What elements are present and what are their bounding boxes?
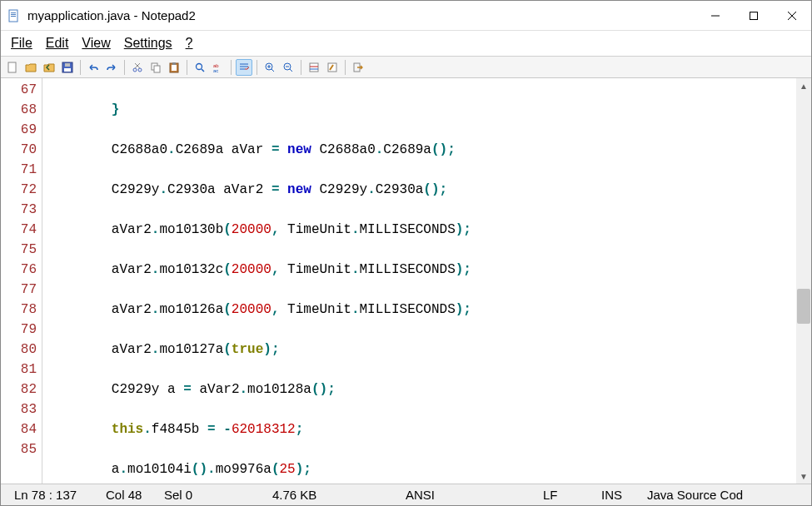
zoom-out-icon[interactable] <box>280 59 296 76</box>
svg-rect-20 <box>172 62 176 65</box>
toolbar-separator <box>257 60 257 75</box>
scroll-up-icon[interactable]: ▲ <box>796 78 811 93</box>
toolbar-separator <box>231 60 232 75</box>
line-number: 74 <box>1 220 37 240</box>
copy-icon[interactable] <box>147 59 164 76</box>
open-file-icon[interactable] <box>22 59 39 76</box>
paste-icon[interactable] <box>166 59 182 76</box>
line-number: 69 <box>1 120 37 140</box>
line-number: 79 <box>1 320 37 340</box>
revert-icon[interactable] <box>41 59 57 76</box>
undo-icon[interactable] <box>85 59 102 76</box>
line-number-gutter: 67 68 69 70 71 72 73 74 75 76 77 78 79 8… <box>1 78 42 484</box>
status-line-col: Ln 78 : 137 <box>6 488 97 502</box>
toolbar: abac <box>1 57 811 78</box>
code-area[interactable]: } C2688a0.C2689a aVar = new C2688a0.C268… <box>42 78 796 484</box>
line-number: 85 <box>1 439 37 459</box>
line-number: 70 <box>1 140 37 160</box>
svg-rect-1 <box>11 12 16 13</box>
replace-icon[interactable]: abac <box>210 59 227 76</box>
toolbar-separator <box>345 60 346 75</box>
svg-point-12 <box>133 68 137 72</box>
save-icon[interactable] <box>59 59 76 76</box>
line-number: 77 <box>1 280 37 300</box>
svg-text:ac: ac <box>213 68 218 73</box>
line-number: 82 <box>1 380 37 399</box>
menu-help[interactable]: ? <box>181 34 198 52</box>
vertical-scrollbar[interactable]: ▲ ▼ <box>796 78 811 484</box>
find-icon[interactable] <box>192 59 208 76</box>
line-number: 75 <box>1 240 37 260</box>
toolbar-separator <box>80 60 81 75</box>
line-number: 78 <box>1 300 37 320</box>
svg-line-22 <box>202 69 204 72</box>
svg-line-34 <box>290 69 292 72</box>
status-filetype: Java Source Cod <box>639 488 751 502</box>
status-sel: Sel 0 <box>156 488 264 502</box>
status-size: 4.76 KB <box>264 488 397 502</box>
menu-settings[interactable]: Settings <box>119 34 177 52</box>
line-number: 68 <box>1 100 37 120</box>
minimize-button[interactable] <box>696 1 735 30</box>
title-bar: myapplication.java - Notepad2 <box>1 1 811 31</box>
line-number: 71 <box>1 160 37 180</box>
svg-rect-2 <box>11 14 16 15</box>
new-file-icon[interactable] <box>4 59 21 76</box>
svg-rect-19 <box>172 65 177 71</box>
word-wrap-icon[interactable] <box>236 59 252 76</box>
line-number: 83 <box>1 399 37 419</box>
svg-rect-35 <box>310 63 318 72</box>
line-number: 81 <box>1 360 37 380</box>
toolbar-separator <box>187 60 187 75</box>
toolbar-separator <box>124 60 125 75</box>
line-number: 67 <box>1 80 37 100</box>
svg-line-31 <box>271 69 274 72</box>
status-encoding: ANSI <box>397 488 535 502</box>
line-number: 80 <box>1 340 37 360</box>
svg-rect-8 <box>8 62 16 72</box>
line-number: 73 <box>1 200 37 220</box>
redo-icon[interactable] <box>103 59 120 76</box>
editor[interactable]: 67 68 69 70 71 72 73 74 75 76 77 78 79 8… <box>1 78 811 484</box>
svg-rect-10 <box>64 68 71 72</box>
status-col: Col 48 <box>97 488 156 502</box>
maximize-button[interactable] <box>735 1 773 30</box>
menu-bar: File Edit View Settings ? <box>1 31 811 57</box>
window-title: myapplication.java - Notepad2 <box>27 8 696 22</box>
status-ins-mode: INS <box>593 488 639 502</box>
menu-view[interactable]: View <box>77 34 115 52</box>
status-line-ending: LF <box>535 488 593 502</box>
scroll-thumb[interactable] <box>797 289 810 324</box>
app-icon <box>7 9 21 22</box>
exit-icon[interactable] <box>350 59 366 76</box>
svg-point-21 <box>197 63 202 69</box>
close-button[interactable] <box>773 1 811 30</box>
scheme-icon[interactable] <box>306 59 322 76</box>
toolbar-separator <box>301 60 301 75</box>
svg-rect-17 <box>154 66 160 72</box>
status-bar: Ln 78 : 137 Col 48 Sel 0 4.76 KB ANSI LF… <box>1 484 811 505</box>
scroll-down-icon[interactable]: ▼ <box>796 469 811 484</box>
line-number: 84 <box>1 419 37 439</box>
menu-edit[interactable]: Edit <box>41 34 74 52</box>
zoom-in-icon[interactable] <box>262 59 278 76</box>
customize-icon[interactable] <box>324 59 341 76</box>
line-number: 76 <box>1 260 37 280</box>
window-controls <box>696 1 811 30</box>
cut-icon[interactable] <box>129 59 146 76</box>
menu-file[interactable]: File <box>6 34 37 52</box>
svg-point-13 <box>138 68 142 72</box>
svg-rect-5 <box>750 12 758 19</box>
svg-rect-3 <box>11 16 16 17</box>
svg-rect-11 <box>65 63 70 67</box>
line-number: 72 <box>1 180 37 200</box>
scroll-track[interactable] <box>796 93 811 469</box>
